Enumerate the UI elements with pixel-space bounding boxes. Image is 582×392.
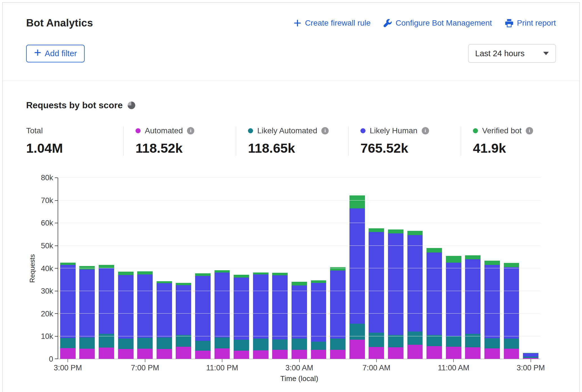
segment-automated[interactable] (272, 350, 288, 359)
stacked-bar-10-00-am[interactable] (427, 178, 442, 359)
segment-likely-human[interactable] (465, 259, 481, 334)
stacked-bar-9-00-am[interactable] (407, 178, 423, 359)
segment-verified-bot[interactable] (292, 282, 307, 286)
segment-likely-automated[interactable] (234, 340, 249, 351)
segment-likely-automated[interactable] (311, 342, 326, 350)
segment-automated[interactable] (484, 348, 500, 359)
stacked-bar-3-00-am[interactable] (292, 178, 307, 359)
segment-likely-human[interactable] (330, 271, 346, 339)
segment-automated[interactable] (330, 350, 346, 359)
segment-likely-automated[interactable] (176, 335, 191, 346)
segment-likely-automated[interactable] (369, 333, 384, 347)
segment-likely-automated[interactable] (407, 332, 423, 345)
segment-automated[interactable] (195, 351, 211, 359)
info-icon[interactable]: i (526, 127, 533, 134)
segment-verified-bot[interactable] (504, 263, 519, 267)
segment-likely-human[interactable] (407, 235, 423, 332)
segment-likely-human[interactable] (253, 274, 269, 339)
segment-likely-human[interactable] (349, 208, 365, 324)
segment-likely-human[interactable] (137, 274, 153, 338)
stacked-bar-11-00-pm[interactable] (215, 178, 230, 359)
segment-likely-human[interactable] (118, 275, 134, 338)
segment-verified-bot[interactable] (407, 231, 423, 235)
segment-likely-human[interactable] (157, 283, 172, 337)
segment-verified-bot[interactable] (195, 273, 211, 276)
segment-verified-bot[interactable] (311, 280, 326, 283)
segment-likely-automated[interactable] (253, 339, 269, 351)
stacked-bar-2-00-am[interactable] (272, 178, 288, 359)
print-report-link[interactable]: Print report (505, 19, 556, 28)
segment-verified-bot[interactable] (234, 275, 249, 278)
add-filter-button[interactable]: Add filter (26, 45, 85, 62)
segment-likely-automated[interactable] (484, 338, 500, 348)
segment-verified-bot[interactable] (118, 272, 134, 275)
stacked-bar-8-00-am[interactable] (388, 178, 403, 359)
segment-automated[interactable] (118, 349, 134, 359)
segment-likely-automated[interactable] (215, 337, 230, 348)
segment-automated[interactable] (215, 348, 230, 359)
segment-likely-human[interactable] (292, 285, 307, 338)
info-icon[interactable]: i (187, 127, 194, 134)
stacked-bar-12-00-am[interactable] (234, 178, 249, 359)
segment-automated[interactable] (137, 349, 153, 359)
segment-likely-automated[interactable] (60, 338, 76, 348)
stacked-bar-6-00-am[interactable] (349, 178, 365, 359)
segment-likely-automated[interactable] (292, 339, 307, 350)
segment-automated[interactable] (176, 347, 191, 359)
stacked-bar-4-00-pm[interactable] (79, 178, 95, 359)
segment-automated[interactable] (388, 347, 403, 359)
stacked-bar-3-00-pm[interactable] (523, 178, 538, 359)
segment-likely-automated[interactable] (330, 339, 346, 350)
segment-verified-bot[interactable] (427, 248, 442, 252)
segment-likely-human[interactable] (446, 263, 461, 336)
segment-verified-bot[interactable] (446, 256, 461, 263)
segment-automated[interactable] (446, 347, 461, 359)
segment-likely-human[interactable] (504, 267, 519, 339)
segment-verified-bot[interactable] (157, 281, 172, 283)
segment-automated[interactable] (234, 351, 249, 359)
stacked-bar-3-00-pm[interactable] (60, 178, 76, 359)
segment-likely-automated[interactable] (349, 324, 365, 340)
segment-verified-bot[interactable] (215, 270, 230, 272)
stacked-bar-1-00-am[interactable] (253, 178, 269, 359)
segment-automated[interactable] (465, 347, 481, 359)
segment-likely-automated[interactable] (504, 339, 519, 349)
stacked-bar-8-00-pm[interactable] (157, 178, 172, 359)
segment-automated[interactable] (504, 349, 519, 359)
stacked-bar-11-00-am[interactable] (446, 178, 461, 359)
segment-verified-bot[interactable] (349, 195, 365, 208)
segment-likely-human[interactable] (523, 353, 538, 357)
segment-automated[interactable] (79, 349, 95, 359)
segment-likely-automated[interactable] (157, 337, 172, 349)
segment-likely-human[interactable] (99, 268, 114, 334)
segment-likely-automated[interactable] (137, 338, 153, 349)
segment-automated[interactable] (407, 345, 423, 359)
info-icon[interactable]: i (321, 127, 329, 134)
stacked-bar-6-00-pm[interactable] (118, 178, 134, 359)
stacked-bar-7-00-pm[interactable] (137, 178, 153, 359)
create-firewall-rule-link[interactable]: Create firewall rule (294, 19, 371, 28)
stacked-bar-1-00-pm[interactable] (484, 178, 500, 359)
segment-likely-automated[interactable] (118, 339, 134, 349)
segment-automated[interactable] (523, 358, 538, 359)
segment-verified-bot[interactable] (79, 266, 95, 269)
configure-bot-management-link[interactable]: Configure Bot Management (384, 19, 492, 28)
stacked-bar-10-00-pm[interactable] (195, 178, 211, 359)
segment-likely-human[interactable] (215, 272, 230, 337)
segment-automated[interactable] (157, 349, 172, 359)
segment-automated[interactable] (311, 350, 326, 359)
segment-likely-human[interactable] (60, 265, 76, 338)
segment-verified-bot[interactable] (330, 267, 346, 271)
segment-likely-human[interactable] (234, 278, 249, 340)
info-icon[interactable]: i (422, 127, 429, 134)
segment-verified-bot[interactable] (176, 283, 191, 285)
time-range-select[interactable]: Last 24 hours (468, 44, 556, 63)
segment-automated[interactable] (99, 348, 114, 359)
segment-likely-human[interactable] (427, 253, 442, 335)
segment-likely-human[interactable] (79, 269, 95, 337)
segment-verified-bot[interactable] (60, 263, 76, 265)
segment-likely-automated[interactable] (388, 335, 403, 347)
segment-likely-human[interactable] (195, 276, 211, 341)
stacked-bar-5-00-pm[interactable] (99, 178, 114, 359)
stacked-bar-7-00-am[interactable] (369, 178, 384, 359)
